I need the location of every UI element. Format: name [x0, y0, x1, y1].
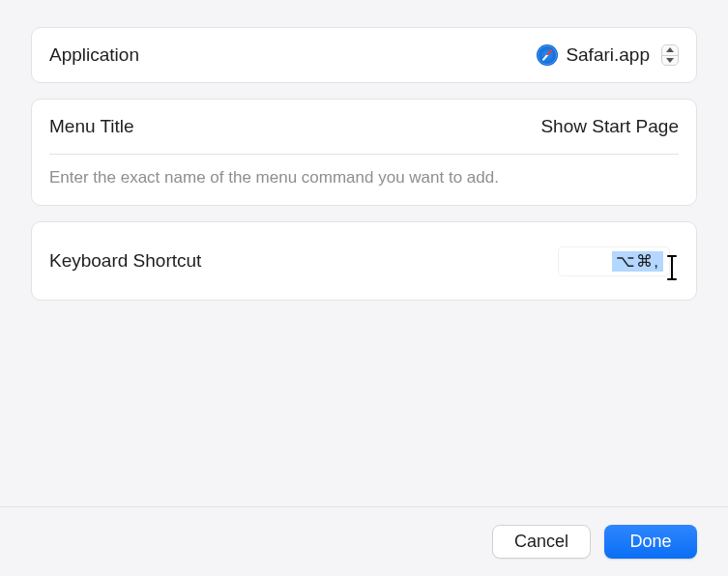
done-button[interactable]: Done — [604, 525, 697, 559]
application-value: Safari.app — [566, 44, 650, 66]
keyboard-shortcut-input[interactable]: ⌥⌘, — [559, 247, 669, 275]
menu-title-value[interactable]: Show Start Page — [540, 116, 679, 137]
application-selector[interactable]: Safari.app — [537, 44, 679, 66]
chevron-down-icon — [662, 56, 678, 66]
keyboard-shortcut-field[interactable]: ⌥⌘, — [559, 238, 679, 284]
dialog-footer: Cancel Done — [0, 506, 728, 576]
application-card: Application Safari.app — [31, 27, 697, 83]
cancel-button[interactable]: Cancel — [492, 525, 591, 559]
menu-title-helper: Enter the exact name of the menu command… — [49, 168, 499, 187]
menu-title-card: Menu Title Show Start Page Enter the exa… — [31, 99, 697, 206]
application-row: Application Safari.app — [32, 28, 696, 82]
text-cursor-icon — [665, 255, 679, 284]
keyboard-shortcut-value: ⌥⌘, — [612, 251, 663, 272]
menu-title-helper-row: Enter the exact name of the menu command… — [32, 155, 696, 205]
chevron-up-icon — [662, 45, 678, 56]
keyboard-shortcut-card: Keyboard Shortcut ⌥⌘, — [31, 221, 697, 301]
dialog-content: Application Safari.app Menu Title — [0, 0, 728, 506]
application-label: Application — [49, 44, 139, 66]
menu-title-row: Menu Title Show Start Page — [32, 100, 696, 154]
safari-icon — [537, 44, 558, 66]
stepper-icon[interactable] — [661, 44, 679, 66]
keyboard-shortcut-row: Keyboard Shortcut ⌥⌘, — [32, 222, 696, 300]
menu-title-label: Menu Title — [49, 116, 134, 137]
keyboard-shortcut-label: Keyboard Shortcut — [49, 250, 201, 272]
